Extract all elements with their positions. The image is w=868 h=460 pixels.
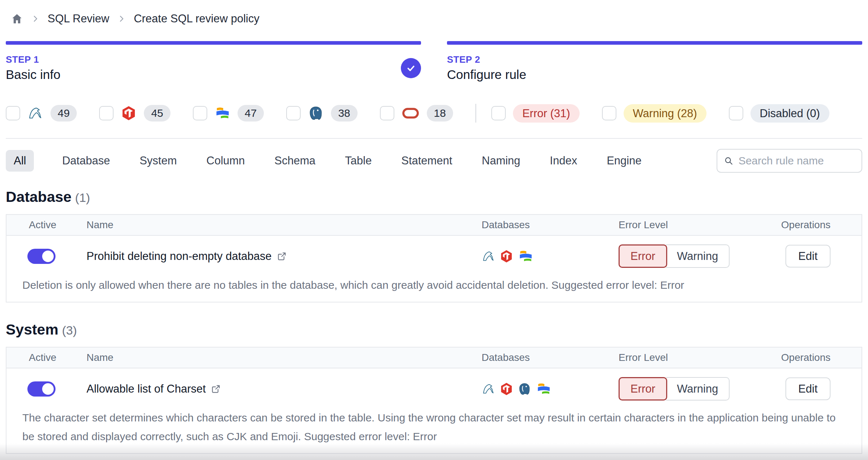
table-row: Prohibit deleting non-empty database Err… xyxy=(6,236,862,268)
col-databases: Databases xyxy=(474,219,611,231)
rule-operations: Edit xyxy=(779,245,862,267)
filter-error-level: Error (31) xyxy=(491,104,580,123)
rule-error-level: Error Warning xyxy=(611,377,779,401)
tab-schema[interactable]: Schema xyxy=(274,150,315,172)
disabled-checkbox[interactable] xyxy=(729,106,743,120)
error-level-warning-button[interactable]: Warning xyxy=(666,377,730,401)
rule-operations: Edit xyxy=(779,377,862,400)
table-header: Active Name Databases Error Level Operat… xyxy=(6,348,862,368)
rule-engines xyxy=(474,249,611,263)
col-operations: Operations xyxy=(779,352,862,363)
filter-tidb: 45 xyxy=(99,105,170,121)
rule-description: Deletion is only allowed when there are … xyxy=(6,268,862,302)
mysql-icon xyxy=(27,105,43,121)
search-input[interactable] xyxy=(739,155,855,167)
table-row: Allowable list of Charset Error Warning … xyxy=(6,368,862,401)
filter-warning-level: Warning (28) xyxy=(602,104,707,123)
tab-all[interactable]: All xyxy=(6,150,34,172)
step-1[interactable]: STEP 1 Basic info xyxy=(6,41,421,82)
col-name: Name xyxy=(81,219,474,231)
tab-system[interactable]: System xyxy=(140,150,177,172)
section-database-title: Database(1) xyxy=(6,189,862,205)
error-level-error-button[interactable]: Error xyxy=(619,377,667,401)
rule-engines xyxy=(474,382,611,396)
chevron-right-icon xyxy=(117,14,126,23)
oceanbase-checkbox[interactable] xyxy=(193,106,207,120)
step-2-label: STEP 2 xyxy=(447,54,526,65)
tidb-icon xyxy=(500,382,513,396)
system-rules-table: Active Name Databases Error Level Operat… xyxy=(6,347,862,454)
warning-checkbox[interactable] xyxy=(602,106,616,120)
breadcrumb-sql-review[interactable]: SQL Review xyxy=(48,12,109,25)
col-name: Name xyxy=(81,352,474,363)
oracle-checkbox[interactable] xyxy=(380,106,394,120)
tab-index[interactable]: Index xyxy=(550,150,577,172)
external-link-icon[interactable] xyxy=(277,251,287,261)
postgresql-icon xyxy=(308,105,324,121)
breadcrumb-current-page: Create SQL review policy xyxy=(134,12,260,25)
mysql-count-badge: 49 xyxy=(50,105,77,121)
oceanbase-icon xyxy=(214,105,230,121)
error-checkbox[interactable] xyxy=(491,106,506,120)
filter-mysql: 49 xyxy=(6,105,77,121)
chevron-right-icon xyxy=(31,14,40,23)
create-sql-review-policy-page: SQL Review Create SQL review policy STEP… xyxy=(0,0,868,460)
tidb-icon xyxy=(500,249,513,263)
tab-database[interactable]: Database xyxy=(62,150,110,172)
oracle-icon xyxy=(402,107,420,120)
tab-table[interactable]: Table xyxy=(345,150,372,172)
tab-engine[interactable]: Engine xyxy=(607,150,642,172)
col-active: Active xyxy=(6,352,81,363)
disabled-count-badge: Disabled (0) xyxy=(750,104,829,123)
bottom-scroll-shadow xyxy=(0,443,868,460)
step-1-label: STEP 1 xyxy=(6,54,61,65)
oceanbase-icon xyxy=(536,382,552,396)
breadcrumb: SQL Review Create SQL review policy xyxy=(6,0,862,25)
step-1-title: Basic info xyxy=(6,67,61,82)
col-error-level: Error Level xyxy=(611,219,779,231)
oceanbase-icon xyxy=(518,249,533,263)
rule-active-toggle[interactable] xyxy=(27,381,56,397)
filter-bar: 49 45 47 38 18 Error (31) xyxy=(6,103,862,124)
step-2[interactable]: STEP 2 Configure rule xyxy=(447,41,862,82)
step-2-progress-bar xyxy=(447,41,862,45)
edit-button[interactable]: Edit xyxy=(785,377,831,400)
stepper: STEP 1 Basic info STEP 2 Configure rule xyxy=(6,41,862,82)
filter-oracle: 18 xyxy=(380,105,453,121)
col-operations: Operations xyxy=(779,219,862,231)
step-2-title: Configure rule xyxy=(447,67,526,82)
filter-disabled-level: Disabled (0) xyxy=(729,104,829,123)
tab-column[interactable]: Column xyxy=(207,150,245,172)
tab-statement[interactable]: Statement xyxy=(401,150,452,172)
oceanbase-count-badge: 47 xyxy=(238,105,264,121)
error-count-badge: Error (31) xyxy=(513,104,580,123)
filter-postgresql: 38 xyxy=(286,105,357,121)
tab-naming[interactable]: Naming xyxy=(482,150,521,172)
table-header: Active Name Databases Error Level Operat… xyxy=(6,215,862,236)
section-database-count: (1) xyxy=(75,191,90,204)
search-rule-box xyxy=(717,149,862,173)
rule-name: Allowable list of Charset xyxy=(81,382,474,395)
home-icon[interactable] xyxy=(11,13,23,25)
filter-oceanbase: 47 xyxy=(193,105,264,121)
error-level-error-button[interactable]: Error xyxy=(619,244,667,268)
rule-active-toggle[interactable] xyxy=(27,249,56,264)
col-databases: Databases xyxy=(474,352,611,363)
tidb-icon xyxy=(121,105,137,121)
edit-button[interactable]: Edit xyxy=(785,245,831,267)
tidb-checkbox[interactable] xyxy=(99,106,114,120)
col-active: Active xyxy=(6,219,81,231)
mysql-checkbox[interactable] xyxy=(6,106,20,120)
error-level-warning-button[interactable]: Warning xyxy=(666,244,730,268)
search-icon xyxy=(724,155,734,166)
filters-divider-line xyxy=(6,138,862,139)
section-system-title: System(3) xyxy=(6,321,862,338)
external-link-icon[interactable] xyxy=(211,384,221,394)
mysql-icon xyxy=(482,382,495,396)
postgresql-checkbox[interactable] xyxy=(286,106,301,120)
step-1-progress-bar xyxy=(6,41,421,45)
tidb-count-badge: 45 xyxy=(144,105,170,121)
rule-error-level: Error Warning xyxy=(611,244,779,268)
oracle-count-badge: 18 xyxy=(427,105,453,121)
category-tabs: All Database System Column Schema Table … xyxy=(6,149,862,173)
